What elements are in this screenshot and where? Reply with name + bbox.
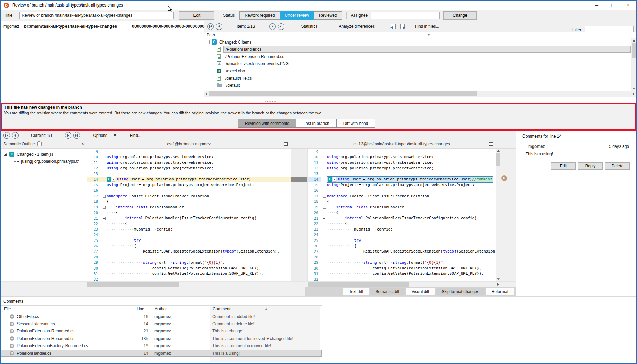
tree-item[interactable]: /gmaster-vsextension-events.PNG bbox=[204, 60, 636, 67]
code-line[interactable]: 32 bbox=[308, 277, 496, 281]
comment-row[interactable]: MOtherFile.cs16mgomezComment in added fi… bbox=[1, 313, 322, 320]
collapse-expander-icon[interactable] bbox=[206, 40, 210, 44]
scrollbar-thumb[interactable] bbox=[632, 43, 636, 58]
code-line[interactable]: 13 bbox=[87, 171, 291, 177]
code-line[interactable]: 27················RegisterSOAP.RegisterS… bbox=[308, 249, 496, 254]
find-button[interactable]: Find... bbox=[130, 133, 141, 138]
collapse-outline-button[interactable]: < bbox=[82, 142, 84, 146]
maximize-pane-icon[interactable] bbox=[489, 142, 493, 146]
clipboard-icon[interactable] bbox=[37, 142, 42, 146]
next-item-icon[interactable] bbox=[269, 23, 276, 30]
code-line[interactable]: 32 bbox=[87, 277, 291, 281]
horizontal-splitter-grip[interactable] bbox=[265, 101, 276, 102]
code-line[interactable]: 17namespace·Codice.Client.IssueTracker.P… bbox=[87, 193, 291, 199]
code-line[interactable]: 27················RegisterSOAP.RegisterS… bbox=[87, 249, 291, 254]
status-option-under-review[interactable]: Under review bbox=[280, 11, 314, 20]
maximize-button[interactable]: □ bbox=[605, 1, 621, 10]
right-pane-hscrollbar[interactable] bbox=[308, 282, 496, 287]
outline-item-row[interactable]: [using] org.polarion.primaryps.tr bbox=[1, 158, 87, 164]
scroll-left-icon[interactable] bbox=[204, 91, 209, 96]
code-line[interactable]: 28 bbox=[308, 255, 496, 260]
code-line[interactable]: 10using·org.polarion.primaryps.sessionwe… bbox=[87, 154, 291, 160]
minimize-button[interactable]: – bbox=[589, 1, 605, 10]
code-line[interactable]: 19····internal·class·PolarionHandler bbox=[308, 204, 496, 210]
code-line[interactable]: 9 bbox=[308, 149, 496, 154]
code-line[interactable]: 10using·org.polarion.primaryps.sessionwe… bbox=[308, 154, 496, 160]
scrollbar-thumb[interactable] bbox=[209, 91, 477, 96]
column-header-file[interactable]: File bbox=[1, 306, 134, 313]
code-line[interactable]: 29················string·url·=·string.Fo… bbox=[308, 260, 496, 266]
changed-badge[interactable]: C bbox=[107, 177, 115, 182]
code-line[interactable]: 20····{ bbox=[87, 210, 291, 215]
scroll-up-icon[interactable] bbox=[496, 149, 501, 153]
code-line[interactable]: 12using·org.polarion.primaryps.projectwe… bbox=[308, 166, 496, 171]
comment-row[interactable]: MPolarionExtension-Renamed.cs185mgomezTh… bbox=[1, 335, 322, 342]
code-line[interactable]: 18{ bbox=[308, 199, 496, 204]
column-filter-icon[interactable] bbox=[427, 34, 430, 36]
chevron-down-icon[interactable] bbox=[114, 134, 116, 136]
changed-badge-dropdown[interactable] bbox=[333, 177, 336, 182]
scroll-up-icon[interactable] bbox=[631, 38, 636, 43]
analyze-differences-button[interactable]: Analyze differences bbox=[339, 24, 375, 29]
code-line[interactable]: 11using·org.polarion.primaryps.trackerwe… bbox=[308, 160, 496, 165]
left-pane-hscrollbar[interactable] bbox=[87, 282, 291, 287]
code-line[interactable]: 11using·org.polarion.primaryps.trackerwe… bbox=[87, 160, 291, 165]
maximize-pane-icon[interactable] bbox=[284, 142, 288, 146]
review-info-row[interactable]: mgomez br:/main/task-all-types/task-all-… bbox=[1, 21, 203, 29]
comment-row[interactable]: MPolarionExtension-Renamed.cs21mgomezThi… bbox=[1, 328, 322, 335]
code-line[interactable]: 20····{ bbox=[308, 210, 496, 215]
code-line[interactable]: 9 bbox=[87, 149, 291, 154]
code-line[interactable]: 26············{ bbox=[87, 243, 291, 249]
code-line[interactable]: 30····················config.GetValue(Po… bbox=[87, 266, 291, 271]
scrollbar-thumb[interactable] bbox=[308, 282, 409, 287]
code-line[interactable]: 23············mConfig·=·config; bbox=[308, 227, 496, 232]
changed-badge[interactable]: C bbox=[328, 177, 336, 182]
scrollbar-thumb[interactable] bbox=[496, 153, 500, 166]
outline-root-row[interactable]: C Changed - 1 item(s) bbox=[1, 151, 87, 158]
code-line[interactable]: 22········{ bbox=[308, 221, 496, 226]
code-line[interactable]: 14Cusing·User·=·org.polarion.primaryps.t… bbox=[87, 177, 291, 182]
fold-collapse-icon[interactable] bbox=[103, 195, 106, 198]
code-line[interactable]: 28 bbox=[87, 255, 291, 260]
code-line[interactable]: 29················string·url·=·string.Fo… bbox=[87, 260, 291, 266]
code-line[interactable]: 24 bbox=[308, 232, 496, 238]
code-line[interactable]: 25············try bbox=[308, 238, 496, 243]
column-header-author[interactable]: Author bbox=[152, 306, 210, 313]
last-diff-icon[interactable] bbox=[73, 132, 80, 139]
code-line[interactable]: 12using·org.polarion.primaryps.projectwe… bbox=[87, 166, 291, 171]
text-diff-button[interactable]: Text diff bbox=[343, 288, 369, 295]
last-item-icon[interactable] bbox=[278, 23, 284, 30]
changed-badge-dropdown[interactable] bbox=[112, 177, 115, 182]
code-line[interactable]: 18{ bbox=[87, 199, 291, 204]
skip-format-changes-button[interactable]: Skip format changes bbox=[436, 288, 485, 295]
semantic-diff-button[interactable]: Semantic diff bbox=[370, 288, 405, 295]
code-line[interactable]: 31····················config.GetValue(Po… bbox=[87, 271, 291, 277]
review-comment-marker[interactable]: R bbox=[501, 175, 507, 181]
first-diff-icon[interactable] bbox=[3, 132, 10, 139]
assignee-input[interactable] bbox=[371, 12, 440, 19]
reply-button[interactable]: Reply bbox=[578, 162, 603, 170]
diff-with-head-button[interactable]: Diff with head bbox=[336, 119, 376, 128]
right-code-pane[interactable]: 910using·org.polarion.primaryps.sessionw… bbox=[308, 149, 496, 281]
scroll-right-icon[interactable] bbox=[631, 91, 636, 96]
fold-collapse-icon[interactable] bbox=[323, 206, 326, 209]
code-line[interactable]: 24 bbox=[87, 232, 291, 238]
code-line[interactable]: 22········{ bbox=[87, 221, 291, 226]
next-diff-icon[interactable] bbox=[65, 132, 71, 139]
code-line[interactable]: 25············try bbox=[87, 238, 291, 243]
code-line[interactable]: 16 bbox=[308, 188, 496, 193]
code-vertical-scrollbar[interactable] bbox=[496, 149, 501, 281]
statistics-button[interactable]: Statistics bbox=[301, 24, 317, 29]
fold-collapse-icon[interactable] bbox=[323, 217, 326, 220]
comment-row[interactable]: MSessionExtension.cs14mgomezComment in d… bbox=[1, 320, 322, 327]
visual-diff-button[interactable]: Visual diff bbox=[406, 288, 435, 295]
edit-button[interactable]: Edit bbox=[179, 11, 214, 20]
tree-vertical-scrollbar[interactable] bbox=[631, 38, 636, 91]
vertical-splitter-grip[interactable] bbox=[516, 211, 518, 222]
status-option-rework-required[interactable]: Rework required bbox=[239, 11, 280, 20]
code-line[interactable]: 17namespace·Codice.Client.IssueTracker.P… bbox=[308, 193, 496, 199]
tree-root-row[interactable]: C Changed: 6 items bbox=[204, 38, 636, 46]
comment-row[interactable]: MPolarionHandler.cs14mgomezThis is a usi… bbox=[1, 350, 322, 357]
path-column-header[interactable]: Path bbox=[204, 32, 636, 38]
code-line[interactable]: 30····················config.GetValue(Po… bbox=[308, 266, 496, 271]
